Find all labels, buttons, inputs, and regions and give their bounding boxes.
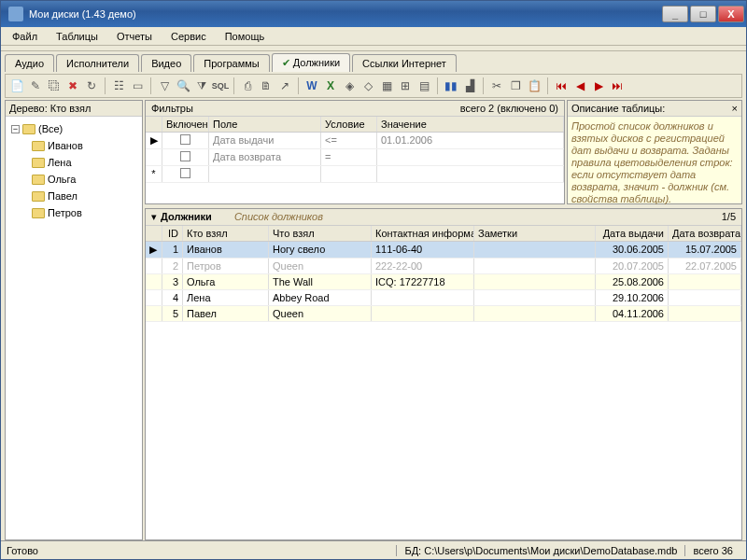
col-chto[interactable]: Что взял [269, 226, 372, 241]
sql-icon[interactable]: SQL [213, 78, 228, 93]
filter-col-value[interactable]: Значение [377, 117, 564, 132]
col-d2[interactable]: Дата возврата [669, 226, 741, 241]
tree-item[interactable]: Павел [9, 188, 138, 204]
col-d1[interactable]: Дата выдачи [596, 226, 669, 241]
table-row[interactable]: 3ОльгаThe WallICQ: 1722771825.08.2006 [146, 274, 741, 290]
print-icon[interactable]: ⎙ [240, 78, 255, 93]
menu-reports[interactable]: Отчеты [111, 29, 158, 44]
minimize-button[interactable]: _ [662, 6, 688, 22]
cut-icon[interactable]: ✂ [489, 78, 504, 93]
data-title: Должники [161, 211, 212, 223]
rtf-icon[interactable]: ▤ [416, 78, 431, 93]
app-icon [8, 7, 23, 21]
copy-icon[interactable]: ⿻ [47, 78, 62, 93]
table-row[interactable]: 4ЛенаAbbey Road29.10.2006 [146, 290, 741, 306]
folder-icon [32, 158, 45, 168]
col-kto[interactable]: Кто взял [183, 226, 269, 241]
filter-icon[interactable]: ▽ [157, 78, 172, 93]
toolbar: 📄 ✎ ⿻ ✖ ↻ ☷ ▭ ▽ 🔍 ⧩ SQL ⎙ 🗎 ↗ W X ◈ ◇ ▦ … [5, 74, 742, 98]
table-row[interactable]: ▶1ИвановНогу свело111-06-4030.06.200515.… [146, 242, 741, 259]
tree-panel: Дерево: Кто взял −(Все) Иванов Лена Ольг… [5, 100, 143, 540]
col-notes[interactable]: Заметки [474, 226, 596, 241]
tree-item[interactable]: Петров [9, 204, 138, 221]
card-icon[interactable]: ▭ [130, 78, 145, 93]
maximize-button[interactable]: □ [690, 6, 716, 22]
html-icon[interactable]: ◈ [342, 78, 357, 93]
menu-tables[interactable]: Таблицы [50, 29, 104, 44]
txt-icon[interactable]: ⊞ [398, 78, 413, 93]
status-db: БД: C:\Users\p\Documents\Мои диски\DemoD… [396, 545, 684, 556]
statusbar: Готово БД: C:\Users\p\Documents\Мои диск… [1, 540, 746, 559]
stats-icon[interactable]: ▟ [462, 78, 477, 93]
tab-programs[interactable]: Программы [193, 54, 269, 72]
folder-icon [32, 208, 45, 218]
tab-debtors[interactable]: ✔Должники [272, 53, 350, 72]
tree-item[interactable]: Иванов [9, 137, 138, 154]
menu-help[interactable]: Помощь [219, 29, 271, 44]
filter-panel: Фильтрывсего 2 (включено 0) Включен Поле… [145, 100, 565, 204]
menu-service[interactable]: Сервис [165, 29, 212, 44]
collapse-icon[interactable]: − [11, 125, 20, 133]
menubar: Файл Таблицы Отчеты Сервис Помощь [1, 27, 746, 46]
export-icon[interactable]: ↗ [277, 78, 292, 93]
status-count: всего 36 [684, 545, 740, 556]
menu-file[interactable]: Файл [7, 29, 43, 44]
chart-icon[interactable]: ▮▮ [444, 78, 458, 93]
folder-icon [32, 191, 45, 202]
description-panel: Описание таблицы:× Простой список должни… [567, 100, 742, 204]
window-title: Мои диски (1.43 демо) [29, 8, 660, 20]
prev-icon[interactable]: ◀ [572, 78, 587, 93]
grid-handle-icon[interactable]: ▾ [151, 211, 157, 223]
filter-col-cond[interactable]: Условие [321, 117, 377, 132]
word-icon[interactable]: W [304, 78, 319, 93]
filter-row[interactable]: Дата возврата= [146, 149, 564, 166]
data-panel: ▾ Должники Список должников 1/5 ID Кто в… [145, 208, 742, 540]
checkbox[interactable] [180, 168, 190, 178]
tree-root[interactable]: −(Все) [9, 120, 138, 137]
desc-close-icon[interactable]: × [732, 103, 738, 114]
tree-item[interactable]: Лена [9, 154, 138, 171]
edit-icon[interactable]: ✎ [28, 78, 43, 93]
filter-row[interactable]: ▶Дата выдачи<=01.01.2006 [146, 133, 564, 149]
folder-icon [32, 175, 45, 185]
csv-icon[interactable]: ▦ [379, 78, 394, 93]
check-icon: ✔ [282, 57, 290, 68]
data-subtitle: Список должников [234, 211, 323, 223]
search-icon[interactable]: 🔍 [176, 78, 190, 93]
checkbox[interactable] [180, 134, 190, 145]
close-button[interactable]: X [718, 6, 744, 22]
filter-title: Фильтры [146, 101, 199, 116]
preview-icon[interactable]: 🗎 [259, 78, 274, 93]
desc-body: Простой список должников и взятых дисков… [568, 117, 741, 209]
funnel-icon[interactable]: ⧩ [194, 78, 209, 93]
next-icon[interactable]: ▶ [591, 78, 606, 93]
first-icon[interactable]: ⏮ [554, 78, 569, 93]
tab-links[interactable]: Ссылки Интернет [352, 54, 457, 72]
delete-icon[interactable]: ✖ [65, 78, 80, 93]
status-left: Готово [7, 545, 396, 556]
tab-audio[interactable]: Аудио [5, 54, 54, 72]
table-row[interactable]: 5ПавелQueen04.11.2006 [146, 306, 741, 322]
folder-icon [22, 124, 35, 134]
xml-icon[interactable]: ◇ [360, 78, 375, 93]
tab-artists[interactable]: Исполнители [56, 54, 139, 72]
last-icon[interactable]: ⏭ [610, 78, 625, 93]
filter-col-field[interactable]: Поле [209, 117, 321, 132]
folder-icon [32, 141, 45, 151]
tree-icon[interactable]: ☷ [111, 78, 126, 93]
checkbox[interactable] [180, 151, 190, 161]
col-id[interactable]: ID [162, 226, 183, 241]
refresh-icon[interactable]: ↻ [84, 78, 99, 93]
paste-icon[interactable]: 📋 [527, 78, 542, 93]
new-icon[interactable]: 📄 [9, 78, 24, 93]
filter-row[interactable]: * [146, 166, 564, 183]
titlebar: Мои диски (1.43 демо) _ □ X [1, 1, 746, 27]
table-row[interactable]: 2ПетровQueen222-22-0020.07.200522.07.200… [146, 259, 741, 274]
tab-video[interactable]: Видео [141, 54, 191, 72]
copy2-icon[interactable]: ❐ [508, 78, 523, 93]
excel-icon[interactable]: X [323, 78, 338, 93]
tree-item[interactable]: Ольга [9, 171, 138, 188]
filter-col-enabled[interactable]: Включен [162, 117, 209, 132]
data-page: 1/5 [722, 211, 736, 223]
col-contact[interactable]: Контактная информация [372, 226, 474, 241]
